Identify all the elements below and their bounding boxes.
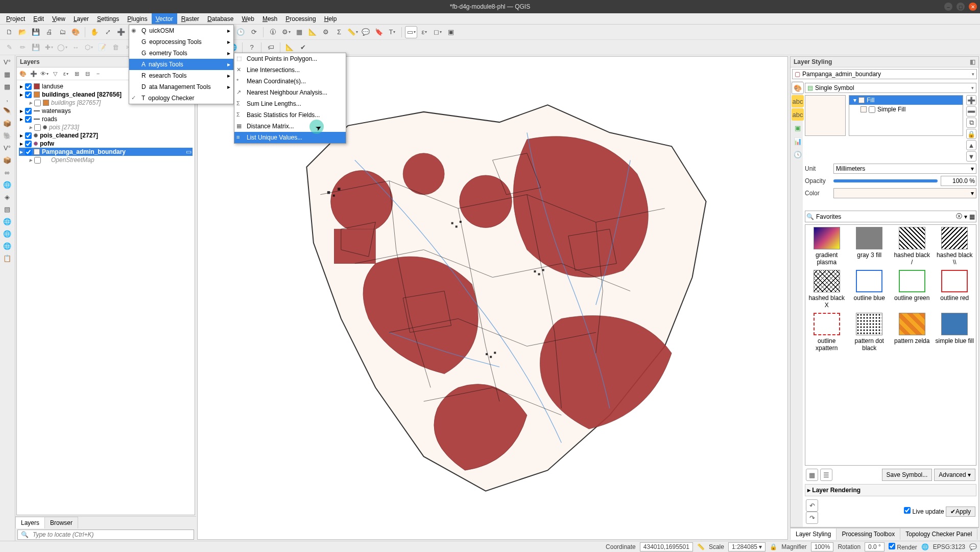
clear-icon[interactable]: ⓧ [956,212,962,221]
advanced-button[interactable]: Advanced ▾ [934,469,975,481]
lock-scale-icon[interactable]: 🔒 [770,543,777,550]
menu-item[interactable]: ▦Distance Matrix... [234,121,346,132]
open-project-icon[interactable]: 📂 [16,26,29,38]
close-button[interactable]: ✕ [969,3,977,11]
style-manager-icon[interactable]: 🎨 [69,26,82,38]
stats-summary-icon[interactable]: Σ [333,26,345,38]
coordinate-field[interactable]: 434010,1695501 [640,542,693,551]
layer-row[interactable]: ▸pois [2733] [19,123,193,131]
opacity-value[interactable]: 100.0 % [941,176,976,186]
menu-item[interactable]: ΣSum Line Lengths... [234,98,346,109]
add-group-icon[interactable]: ➕ [29,69,38,78]
remove-symbol-layer-icon[interactable]: ➖ [966,106,976,117]
layer-visibility-checkbox[interactable] [34,157,41,164]
style-swatch[interactable]: hashed black \\ [936,227,974,266]
virtual-layer-icon[interactable]: ∞ [1,167,13,178]
filter-legend-icon[interactable]: ▽ [51,69,60,78]
refresh-icon[interactable]: ⟳ [248,26,260,38]
measure-icon[interactable]: 📏 [346,26,358,38]
save-symbol-button[interactable]: Save Symbol... [882,469,933,481]
view-mode-icon[interactable]: ▦ [969,213,975,220]
geopackage-icon[interactable]: 📦 [1,118,13,129]
new-print-layout-icon[interactable]: 🖨 [43,26,55,38]
layer-visibility-checkbox[interactable] [25,108,32,114]
color-selector[interactable]: ▾ [833,188,976,198]
epsg-label[interactable]: EPSG:3123 [933,543,965,550]
zoom-in-icon[interactable]: ➕ [115,26,127,38]
style-swatch[interactable]: gradient plasma [807,227,846,266]
renderer-type-selector[interactable]: ▤Single Symbol [805,83,976,93]
menu-settings[interactable]: Settings [93,13,123,24]
menu-help[interactable]: Help [320,13,341,24]
action-feature-icon[interactable]: ⚙ [280,26,292,38]
style-swatch[interactable]: outline blue [850,270,889,309]
menu-web[interactable]: Web [237,13,258,24]
tab-processing-toolbox[interactable]: Processing Toolbox [836,528,900,540]
text-annotation-icon[interactable]: 🔖 [373,26,385,38]
menu-layer[interactable]: Layer [69,13,93,24]
style-swatch[interactable]: pattern dot black [850,313,889,352]
open-layer-styling-icon[interactable]: 🎨 [18,69,28,78]
pan-to-selection-icon[interactable]: ⤢ [102,26,114,38]
tab-topology-checker-panel[interactable]: Topology Checker Panel [900,528,977,540]
add-symbol-layer-icon[interactable]: ➕ [966,95,976,105]
apply-button[interactable]: ✔Apply [946,507,975,517]
opacity-slider[interactable] [833,179,938,182]
mesh-layer-icon[interactable]: ▩ [1,81,13,92]
layer-row[interactable]: ▸roads [19,115,193,123]
menu-plugins[interactable]: Plugins [123,13,151,24]
menu-edit[interactable]: Edit [29,13,48,24]
style-swatch[interactable]: hashed black / [893,227,931,266]
diagrams-tab-icon[interactable]: 📊 [792,135,804,147]
symbol-layer-tree[interactable]: ▾ Fill Simple Fill [849,95,963,136]
layer-row[interactable]: ▸pois_cleaned [2727] [19,131,193,140]
menu-item[interactable]: Geometry Tools [129,48,233,59]
tab-browser[interactable]: Browser [44,517,78,528]
topology-rules-icon[interactable]: 📐 [283,41,296,54]
vector-tile-icon[interactable]: ▧ [1,203,13,215]
layer-rendering-section[interactable]: ▸ Layer Rendering [805,484,976,496]
menu-item[interactable]: ◉QuickOSM [129,25,233,36]
add-feature-icon[interactable]: ✚ [43,41,55,54]
style-swatch[interactable]: pattern zelda [893,313,931,352]
move-up-icon[interactable]: ▲ [966,140,976,150]
menu-processing[interactable]: Processing [281,13,320,24]
visibility-icon[interactable]: 👁 [40,69,49,78]
maximize-button[interactable]: ◻ [957,3,965,11]
deselect-icon[interactable]: ◻ [432,26,444,38]
menu-database[interactable]: Database [203,13,237,24]
layer-visibility-checkbox[interactable] [34,100,41,106]
menu-item[interactable]: ⬚Count Points in Polygon... [234,53,346,64]
raster-layer-icon[interactable]: ▦ [1,68,13,80]
duplicate-symbol-icon[interactable]: ⧉ [966,118,976,128]
style-swatch[interactable]: simple blue fill [936,313,974,352]
delimited-text-icon[interactable]: , [1,93,13,104]
style-swatch[interactable]: outline red [936,270,974,309]
symbol-tree-item[interactable]: Simple Fill [849,105,963,114]
menu-item[interactable]: *Mean Coordinate(s)... [234,76,346,87]
symbology-tab-icon[interactable]: 🎨 [792,82,804,94]
new-project-icon[interactable]: 🗋 [3,26,15,38]
menu-item[interactable]: ✕Line Intersections... [234,64,346,76]
crs-icon[interactable]: 🌐 [921,543,929,550]
wfs-layer-icon[interactable]: 🌐 [1,228,13,239]
field-calc-icon[interactable]: 📐 [306,26,319,38]
expression-filter-icon[interactable]: ε [61,69,70,78]
vector-layer-icon[interactable]: V° [1,56,13,67]
spatialite-icon[interactable]: 🪶 [1,105,13,117]
move-feature-icon[interactable]: ↔ [69,41,82,54]
minimize-button[interactable]: – [944,3,952,11]
render-checkbox[interactable]: Render [889,543,917,551]
arcgis-layer-icon[interactable]: 🌐 [1,240,13,251]
new-scratch-icon[interactable]: 📋 [1,252,13,264]
history-tab-icon[interactable]: 🕓 [792,148,804,160]
menu-project[interactable]: Project [2,13,29,24]
layer-row[interactable]: ▸waterways [19,107,193,115]
modify-attrs-icon[interactable]: 📝 [96,41,108,54]
analysis-tools-submenu[interactable]: ⬚Count Points in Polygon...✕Line Interse… [234,53,346,144]
menu-item[interactable]: ≡List Unique Values... [234,132,346,143]
menu-item[interactable]: ↗Nearest Neighbour Analysis... [234,87,346,98]
favorites-grid[interactable]: gradient plasmagray 3 fillhashed black /… [805,224,976,466]
style-swatch[interactable]: hashed black X [807,270,846,309]
postgis-icon[interactable]: 🐘 [1,130,13,141]
